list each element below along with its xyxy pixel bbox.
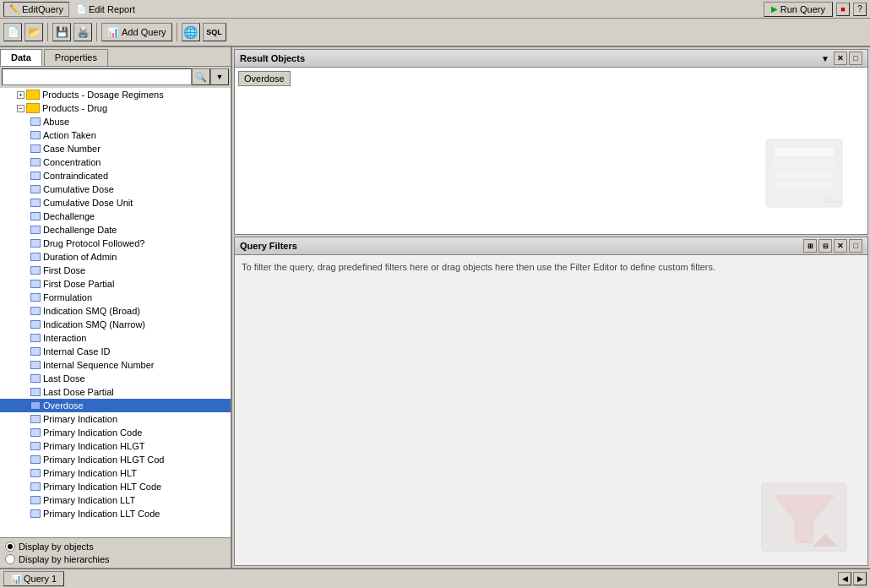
tree-node-products-dosage[interactable]: + Products - Dosage Regimens [0, 88, 231, 101]
tree-node-internal-sequence[interactable]: Internal Sequence Number [0, 358, 231, 372]
node-label-drug-protocol: Drug Protocol Followed? [43, 238, 144, 248]
node-label-primary-indication: Primary Indication [43, 414, 117, 424]
tree-node-products-drug[interactable]: − Products - Drug [0, 101, 231, 115]
radio-hierarchies[interactable] [5, 554, 15, 564]
open-button[interactable]: 📂 [24, 23, 43, 41]
node-label-cumulative-dose-unit: Cumulative Dose Unit [43, 198, 133, 208]
node-label-duration: Duration of Admin [43, 252, 117, 262]
node-label-internal-sequence: Internal Sequence Number [43, 360, 154, 370]
tree-node-first-dose[interactable]: First Dose [0, 264, 231, 277]
query-filters-content: To filter the query, drag predefined fil… [234, 255, 868, 566]
query-tab[interactable]: 📊 Query 1 [3, 571, 64, 586]
tree-node-last-dose[interactable]: Last Dose [0, 372, 231, 385]
tree-node-primary-indication-hlgt[interactable]: Primary Indication HLGT [0, 439, 231, 453]
field-icon-abuse [30, 117, 41, 126]
filter-icon-result[interactable]: ▼ [818, 52, 832, 65]
display-hierarchies-label: Display by hierarchies [19, 554, 110, 564]
nav-right-button[interactable]: ▶ [853, 572, 867, 585]
overdose-chip-label: Overdose [244, 74, 285, 84]
close-result-objects[interactable]: ✕ [834, 52, 847, 65]
field-icon-primary-indication-hlgt-code [30, 455, 41, 464]
globe-button[interactable]: 🌐 [182, 23, 200, 41]
tree-node-primary-indication-hlt-code[interactable]: Primary Indication HLT Code [0, 480, 231, 493]
tree-node-concentration[interactable]: Concentration [0, 155, 231, 169]
node-label-indication-narrow: Indication SMQ (Narrow) [43, 319, 145, 329]
tree-node-indication-smq-broad[interactable]: Indication SMQ (Broad) [0, 304, 231, 318]
add-query-button[interactable]: 📊 Add Query [101, 23, 172, 41]
tree-node-case-number[interactable]: Case Number [0, 142, 231, 155]
tree-node-contraindicated[interactable]: Contraindicated [0, 169, 231, 182]
tree-node-primary-indication-code[interactable]: Primary Indication Code [0, 426, 231, 439]
expand-btn-drug[interactable]: − [17, 105, 24, 112]
tree-node-primary-indication-llt-code[interactable]: Primary Indication LLT Code [0, 507, 231, 520]
node-label-primary-indication-hlgt-code: Primary Indication HLGT Cod [43, 455, 164, 465]
result-objects-header: Result Objects ▼ ✕ □ [234, 49, 868, 68]
edit-query-menu[interactable]: ✏️ EditQuery [3, 2, 69, 17]
radio-objects[interactable] [5, 542, 15, 552]
tab-data[interactable]: Data [0, 49, 42, 66]
tree-node-abuse[interactable]: Abuse [0, 115, 231, 128]
node-label-primary-indication-llt: Primary Indication LLT [43, 495, 135, 505]
tree-node-duration[interactable]: Duration of Admin [0, 250, 231, 264]
tree-node-last-dose-partial[interactable]: Last Dose Partial [0, 385, 231, 399]
stop-button[interactable]: ■ [836, 3, 850, 16]
print-button[interactable]: 🖨️ [73, 23, 92, 41]
field-icon-internal-case-id [30, 347, 41, 356]
tree-node-primary-indication-hlt[interactable]: Primary Indication HLT [0, 466, 231, 480]
sql-button[interactable]: SQL [203, 23, 226, 41]
tree-node-primary-indication[interactable]: Primary Indication [0, 412, 231, 426]
query-filters-title: Query Filters [240, 241, 297, 251]
field-icon-dechallenge-date [30, 226, 41, 234]
tree-node-dechallenge-date[interactable]: Dechallenge Date [0, 223, 231, 237]
edit-query-icon: ✏️ [9, 4, 19, 14]
tree-node-cumulative-dose[interactable]: Cumulative Dose [0, 182, 231, 196]
tree-node-first-dose-partial[interactable]: First Dose Partial [0, 277, 231, 291]
new-button[interactable]: 📄 [3, 23, 22, 41]
field-icon-case-number [30, 144, 41, 153]
nav-left-button[interactable]: ◀ [838, 572, 851, 585]
search-input[interactable] [2, 68, 192, 85]
split-icon[interactable]: ⊞ [803, 239, 817, 253]
tree-node-interaction[interactable]: Interaction [0, 331, 231, 345]
tree-node-formulation[interactable]: Formulation [0, 291, 231, 304]
tree-node-drug-protocol[interactable]: Drug Protocol Followed? [0, 237, 231, 250]
tree-options-dropdown[interactable]: ▼ [210, 68, 229, 85]
run-query-label: Run Query [780, 4, 825, 14]
tree-node-dechallenge[interactable]: Dechallenge [0, 210, 231, 223]
tree-node-primary-indication-hlgt-code[interactable]: Primary Indication HLGT Cod [0, 453, 231, 466]
node-label-primary-indication-code: Primary Indication Code [43, 427, 142, 438]
field-icon-duration [30, 253, 41, 261]
search-button[interactable]: 🔍 [192, 68, 210, 85]
deco-image-filter [758, 479, 851, 557]
field-icon-primary-indication [30, 415, 41, 423]
overdose-chip[interactable]: Overdose [238, 71, 291, 86]
expand-btn-dosage[interactable]: + [17, 91, 24, 99]
expand-filters[interactable]: ⊟ [818, 239, 832, 253]
maximize-result-objects[interactable]: □ [849, 52, 862, 65]
tree-node-cumulative-dose-unit[interactable]: Cumulative Dose Unit [0, 196, 231, 210]
edit-report-label: Edit Report [89, 4, 135, 14]
maximize-filters[interactable]: □ [849, 239, 862, 253]
tree-node-internal-case-id[interactable]: Internal Case ID [0, 345, 231, 358]
tree-node-overdose[interactable]: Overdose [0, 399, 231, 412]
field-icon-indication-narrow [30, 320, 41, 329]
close-filters[interactable]: ✕ [834, 239, 847, 253]
tree-node-action-taken[interactable]: Action Taken [0, 128, 231, 142]
field-icon-primary-indication-llt [30, 496, 41, 504]
tree-node-indication-smq-narrow[interactable]: Indication SMQ (Narrow) [0, 318, 231, 331]
edit-report-menu[interactable]: 📄 Edit Report [71, 2, 140, 17]
run-query-button[interactable]: ▶ Run Query [764, 2, 833, 17]
node-label-abuse: Abuse [43, 117, 69, 127]
display-by-hierarchies-option[interactable]: Display by hierarchies [5, 554, 226, 564]
query-tab-label: Query 1 [24, 574, 57, 584]
save-button[interactable]: 💾 [52, 23, 71, 41]
display-by-objects-option[interactable]: Display by objects [5, 542, 226, 552]
folder-icon-drug [26, 103, 40, 113]
help-button[interactable]: ? [853, 3, 867, 16]
field-icon-internal-sequence [30, 361, 41, 369]
field-icon-formulation [30, 293, 41, 302]
add-query-label: Add Query [122, 27, 166, 37]
tab-properties[interactable]: Properties [44, 49, 108, 66]
tree-node-primary-indication-llt[interactable]: Primary Indication LLT [0, 493, 231, 507]
field-icon-indication-broad [30, 307, 41, 315]
